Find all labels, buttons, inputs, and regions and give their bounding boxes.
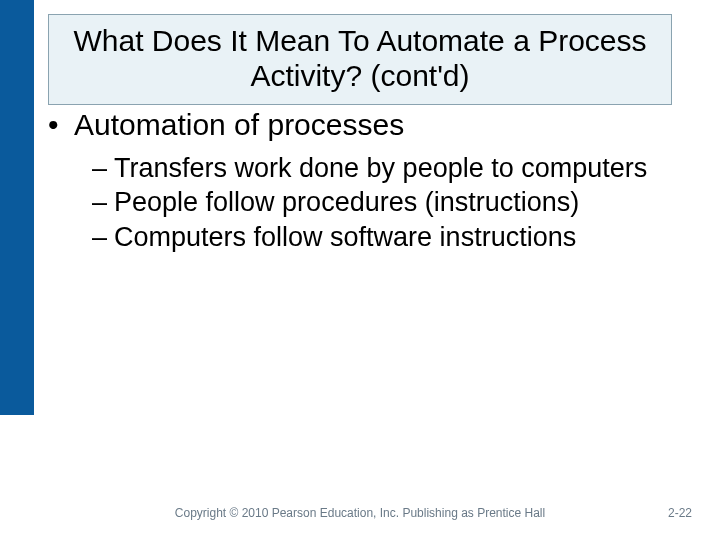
bullet-level1: • Automation of processes — [44, 108, 684, 142]
dash-icon: – — [92, 186, 114, 218]
footer-copyright: Copyright © 2010 Pearson Education, Inc.… — [0, 506, 720, 520]
bullet-level2-text: Computers follow software instructions — [114, 221, 684, 253]
dash-icon: – — [92, 152, 114, 184]
bullet-level2: – Computers follow software instructions — [92, 221, 684, 253]
bullet-level2-text: Transfers work done by people to compute… — [114, 152, 684, 184]
bullet-level2-group: – Transfers work done by people to compu… — [92, 152, 684, 253]
bullet-level2-text: People follow procedures (instructions) — [114, 186, 684, 218]
bullet-level2: – People follow procedures (instructions… — [92, 186, 684, 218]
dash-icon: – — [92, 221, 114, 253]
slide-title: What Does It Mean To Automate a Process … — [69, 23, 651, 94]
slide-body: • Automation of processes – Transfers wo… — [44, 108, 684, 255]
slide-title-box: What Does It Mean To Automate a Process … — [48, 14, 672, 105]
side-accent-band — [0, 0, 34, 415]
bullet-level2: – Transfers work done by people to compu… — [92, 152, 684, 184]
bullet-level1-text: Automation of processes — [74, 108, 404, 142]
page-number: 2-22 — [668, 506, 692, 520]
bullet-dot-icon: • — [44, 108, 74, 142]
